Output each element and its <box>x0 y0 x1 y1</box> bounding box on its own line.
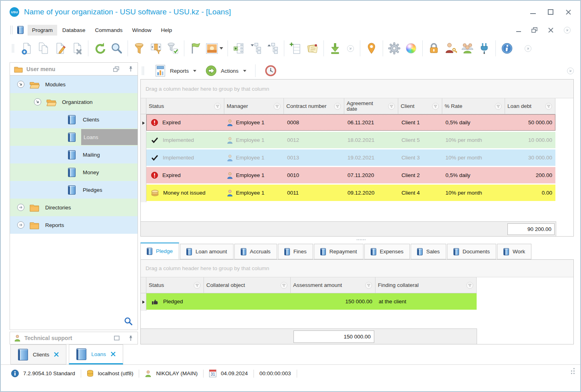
filter-funnel-icon[interactable] <box>273 102 281 110</box>
tab-loan-amount[interactable]: Loan amount <box>180 244 234 259</box>
expand-node-icon[interactable] <box>17 221 24 229</box>
tab-fines[interactable]: Fines <box>278 244 313 259</box>
filter-columns-button[interactable] <box>148 39 164 58</box>
tab-pledge[interactable]: Pledge <box>140 243 179 259</box>
filter-funnel-icon[interactable] <box>494 102 502 110</box>
info-button[interactable] <box>499 39 515 58</box>
table-row[interactable]: Expired Employee 1 0010 07.11.2020 Clien… <box>141 167 573 185</box>
tab-documents[interactable]: Documents <box>447 244 496 259</box>
column-header-status[interactable]: Status <box>146 98 224 114</box>
sidebar-item-reports[interactable]: Reports <box>10 216 138 234</box>
filter-funnel-icon[interactable] <box>214 102 222 110</box>
doc-tab-loans[interactable]: Loans <box>69 344 123 364</box>
filter-funnel-icon[interactable] <box>280 281 288 289</box>
tab-expenses[interactable]: Expenses <box>364 244 410 259</box>
expand-node-icon[interactable] <box>17 204 24 211</box>
search-button[interactable] <box>108 39 125 58</box>
table-row[interactable]: Money not issued Employee 1 0011 09.12.2… <box>141 185 573 202</box>
filter-funnel-icon[interactable] <box>545 102 553 110</box>
users-button[interactable] <box>459 39 476 58</box>
doc-tab-clients[interactable]: Clients <box>10 344 66 364</box>
lock-button[interactable] <box>425 39 442 58</box>
filter-apply-button[interactable] <box>164 39 181 58</box>
sidebar-item-pledges[interactable]: Pledges <box>10 181 138 199</box>
sidebar-restore-icon[interactable] <box>113 66 120 72</box>
group-by-band[interactable]: Drag a column header here to group by th… <box>141 80 573 98</box>
column-header-loan-debt[interactable]: Loan debt <box>505 98 555 114</box>
technical-support-panel[interactable]: Technical support <box>10 332 138 344</box>
actionbar-overflow-icon[interactable] <box>567 68 574 74</box>
notes-button[interactable] <box>304 39 321 58</box>
menu-help[interactable]: Help <box>157 25 177 36</box>
menu-database[interactable]: Database <box>58 25 90 36</box>
refresh-button[interactable] <box>91 39 108 58</box>
table-row[interactable]: Implemented Employee 1 0013 19.02.2021 C… <box>141 149 573 167</box>
edit-record-button[interactable] <box>52 39 68 58</box>
expand-tree-button[interactable] <box>264 39 281 58</box>
row-details-button[interactable] <box>231 39 248 58</box>
tab-repayment[interactable]: Repayment <box>314 244 363 259</box>
sidebar-pin-icon[interactable] <box>128 66 134 72</box>
table-row[interactable]: Pledged 150 000.00 at the client <box>141 293 573 311</box>
sidebar-item-organization[interactable]: Organization <box>10 93 138 111</box>
tab-work[interactable]: Work <box>497 244 531 259</box>
filter-funnel-icon[interactable] <box>431 102 439 110</box>
column-header-collateral-object[interactable]: Collateral object <box>204 277 291 293</box>
copy-record-button[interactable] <box>35 39 52 58</box>
toolbar-overflow-button[interactable] <box>343 39 357 58</box>
table-row[interactable]: Expired Employee 1 0008 06.11.2021 Clien… <box>141 114 573 132</box>
close-tab-icon[interactable] <box>54 352 59 357</box>
column-header-client[interactable]: Client <box>398 98 442 114</box>
window-maximize-icon[interactable] <box>548 9 553 15</box>
plugins-button[interactable] <box>476 39 493 58</box>
window-minimize-icon[interactable] <box>530 10 536 14</box>
column-header-agreement-date[interactable]: Agreement date <box>344 98 398 114</box>
actionbar-grip[interactable] <box>142 66 144 75</box>
menu-commands[interactable]: Commands <box>91 25 127 36</box>
toolbar-overflow-button-2[interactable] <box>521 39 535 58</box>
close-tab-icon[interactable] <box>111 352 116 356</box>
color-scheme-button[interactable] <box>403 39 419 58</box>
sidebar-item-loans[interactable]: Loans <box>10 128 138 146</box>
column-header-manager[interactable]: Manager <box>224 98 284 114</box>
mdi-restore-icon[interactable] <box>531 27 538 33</box>
tab-accruals[interactable]: Accruals <box>234 244 277 259</box>
column-header-finding-collateral[interactable]: Finding collateral <box>375 277 477 293</box>
filter-funnel-icon[interactable] <box>466 281 474 289</box>
filter-funnel-icon[interactable] <box>365 281 373 289</box>
group-by-band[interactable]: Drag a column header here to group by th… <box>141 260 573 277</box>
export-button[interactable] <box>327 39 343 58</box>
menubar-grip[interactable] <box>10 26 12 34</box>
collapse-node-icon[interactable] <box>17 81 24 88</box>
menubar-overflow-icon[interactable] <box>564 27 571 34</box>
location-button[interactable] <box>363 39 380 58</box>
column-header-rate[interactable]: % Rate <box>442 98 505 114</box>
sidebar-item-mailing[interactable]: Mailing <box>10 146 138 163</box>
tab-sales[interactable]: Sales <box>411 244 446 259</box>
tree-search-icon[interactable] <box>124 317 133 326</box>
column-header-assessment-amount[interactable]: Assessment amount <box>291 277 375 293</box>
sidebar-item-money[interactable]: Money <box>10 163 138 181</box>
menu-window[interactable]: Window <box>128 25 156 36</box>
filter-funnel-icon[interactable] <box>387 102 395 110</box>
actions-menu-button[interactable]: Actions <box>203 63 248 78</box>
image-button[interactable] <box>204 39 225 58</box>
column-header-status[interactable]: Status <box>146 277 204 293</box>
sidebar-item-clients[interactable]: Clients <box>10 111 138 128</box>
table-row[interactable]: Implemented Employee 1 0012 18.02.2021 C… <box>141 132 573 149</box>
reports-menu-button[interactable]: Reports <box>152 63 199 79</box>
menu-program[interactable]: Program <box>28 25 57 36</box>
flag-button[interactable] <box>187 39 204 58</box>
new-record-button[interactable] <box>18 39 35 58</box>
filter-funnel-icon[interactable] <box>193 281 201 289</box>
settings-button[interactable] <box>386 39 403 58</box>
resize-grip[interactable] <box>571 373 572 374</box>
panel-splitter[interactable] <box>140 237 574 243</box>
filter-funnel-icon[interactable] <box>333 102 341 110</box>
mdi-minimize-icon[interactable] <box>516 28 521 32</box>
add-column-button[interactable] <box>287 39 304 58</box>
mdi-close-icon[interactable] <box>548 28 553 33</box>
delete-record-button[interactable] <box>68 39 85 58</box>
column-header-contract[interactable]: Contract number <box>284 98 344 114</box>
support-restore-icon[interactable] <box>114 336 120 340</box>
